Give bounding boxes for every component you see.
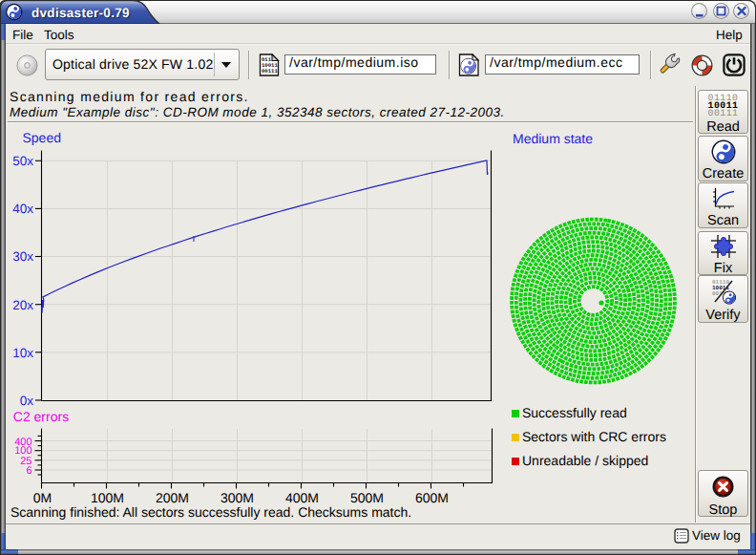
svg-text:20x: 20x xyxy=(12,298,33,312)
svg-text:C2 errors: C2 errors xyxy=(13,409,69,424)
svg-text:00111: 00111 xyxy=(262,68,278,75)
svg-text:0x: 0x xyxy=(20,394,34,408)
svg-text:300M: 300M xyxy=(220,490,254,505)
svg-text:500M: 500M xyxy=(350,490,384,505)
svg-text:0M: 0M xyxy=(33,490,52,505)
svg-text:600M: 600M xyxy=(415,490,449,505)
svg-text:6: 6 xyxy=(26,465,32,477)
svg-text:Speed: Speed xyxy=(23,130,61,145)
svg-text:100M: 100M xyxy=(91,490,124,505)
svg-text:40x: 40x xyxy=(12,202,33,216)
svg-text:10x: 10x xyxy=(12,346,33,360)
svg-text:400M: 400M xyxy=(285,490,319,505)
svg-text:30x: 30x xyxy=(12,249,33,264)
svg-text:50x: 50x xyxy=(12,154,33,168)
svg-text:dvdisaster-0.79: dvdisaster-0.79 xyxy=(32,6,130,20)
svg-text:200M: 200M xyxy=(156,490,189,505)
